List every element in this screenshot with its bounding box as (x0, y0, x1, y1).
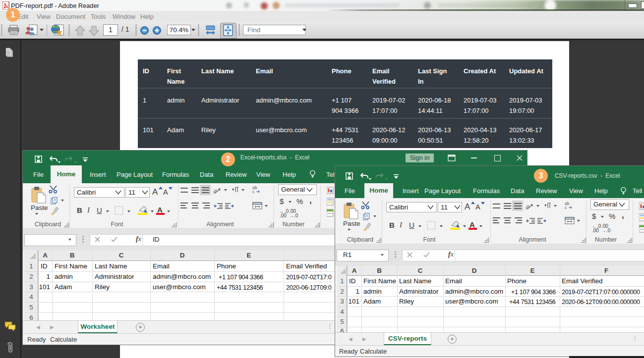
svg-text:ab: ab (213, 188, 219, 195)
svg-text:ab: ab (526, 204, 531, 210)
